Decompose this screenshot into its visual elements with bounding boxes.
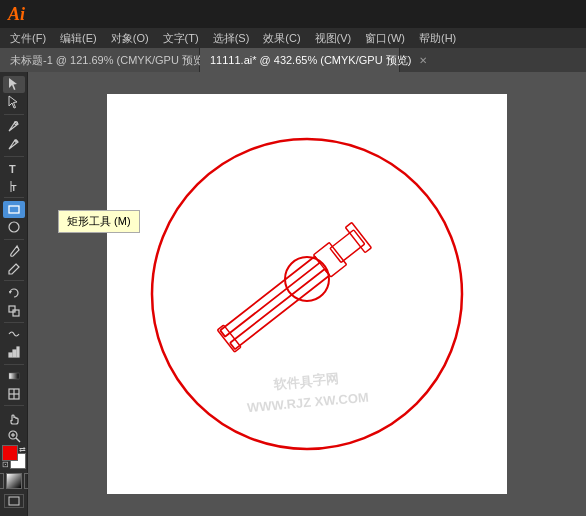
svg-rect-13 [9,353,12,357]
separator-5 [4,280,24,281]
separator-3 [4,197,24,198]
default-colors-icon[interactable]: ⊡ [2,460,9,469]
tool-type-vertical[interactable]: T [3,177,25,194]
menu-bar: 文件(F) 编辑(E) 对象(O) 文字(T) 选择(S) 效果(C) 视图(V… [0,28,586,48]
menu-object[interactable]: 对象(O) [105,29,155,48]
swap-colors-icon[interactable]: ⇄ [19,445,26,454]
svg-point-9 [9,222,19,232]
change-screen-mode[interactable] [4,494,24,508]
menu-window[interactable]: 窗口(W) [359,29,411,48]
separator-6 [4,322,24,323]
svg-rect-8 [9,206,19,213]
app-logo: Ai [8,4,25,25]
tool-paintbrush[interactable] [3,243,25,260]
tab-2[interactable]: 11111.ai* @ 432.65% (CMYK/GPU 预览) ✕ [200,48,400,72]
main-area: T T [0,72,586,516]
separator-8 [4,405,24,406]
white-canvas: 软件具字网 WWW.RJZ XW.COM [107,94,507,494]
tool-scale[interactable] [3,302,25,319]
svg-rect-24 [9,497,19,505]
svg-marker-1 [9,96,17,108]
tool-pen-add[interactable] [3,136,25,153]
tool-gradient[interactable] [3,367,25,384]
tool-warp[interactable] [3,326,25,343]
no-fill-mode[interactable] [0,473,4,489]
separator-2 [4,156,24,157]
menu-effect[interactable]: 效果(C) [257,29,306,48]
tool-selection[interactable] [3,76,25,93]
menu-view[interactable]: 视图(V) [309,29,358,48]
menu-select[interactable]: 选择(S) [207,29,256,48]
svg-rect-12 [13,310,19,316]
foreground-color-box[interactable] [2,445,18,461]
tool-direct-select[interactable] [3,94,25,111]
tab-2-label: 11111.ai* @ 432.65% (CMYK/GPU 预览) [210,53,411,68]
tool-ellipse[interactable] [3,219,25,236]
separator-4 [4,239,24,240]
artwork-svg [137,124,477,464]
tool-rotate[interactable] [3,284,25,301]
svg-rect-28 [230,269,329,349]
svg-rect-16 [9,373,19,379]
menu-help[interactable]: 帮助(H) [413,29,462,48]
title-bar: Ai [0,0,586,28]
tool-hand[interactable] [3,409,25,426]
toolbar: T T [0,72,28,516]
tool-graph[interactable] [3,344,25,361]
canvas-area: 软件具字网 WWW.RJZ XW.COM 矩形工具 (M) [28,72,586,516]
tab-1[interactable]: 未标题-1 @ 121.69% (CMYK/GPU 预览) ✕ [0,48,200,72]
menu-edit[interactable]: 编辑(E) [54,29,103,48]
svg-rect-27 [220,256,319,336]
svg-text:T: T [9,163,16,175]
svg-line-21 [16,438,20,442]
tab-2-close[interactable]: ✕ [417,54,429,67]
tool-pen[interactable] [3,118,25,135]
menu-text[interactable]: 文字(T) [157,29,205,48]
tool-type[interactable]: T [3,159,25,176]
tab-bar: 未标题-1 @ 121.69% (CMYK/GPU 预览) ✕ 11111.ai… [0,48,586,72]
svg-rect-15 [17,347,19,357]
separator-7 [4,364,24,365]
svg-rect-11 [9,306,15,312]
tool-pencil[interactable] [3,261,25,278]
svg-rect-14 [13,350,16,357]
gradient-mode[interactable] [6,473,22,489]
tool-rectangle[interactable] [3,201,25,218]
tool-mesh[interactable] [3,385,25,402]
menu-file[interactable]: 文件(F) [4,29,52,48]
svg-marker-0 [9,78,17,90]
svg-text:T: T [11,183,17,193]
separator-1 [4,114,24,115]
tool-zoom[interactable] [3,427,25,444]
tab-1-label: 未标题-1 @ 121.69% (CMYK/GPU 预览) [10,53,208,68]
color-boxes[interactable]: ⇄ ⊡ [2,445,26,469]
